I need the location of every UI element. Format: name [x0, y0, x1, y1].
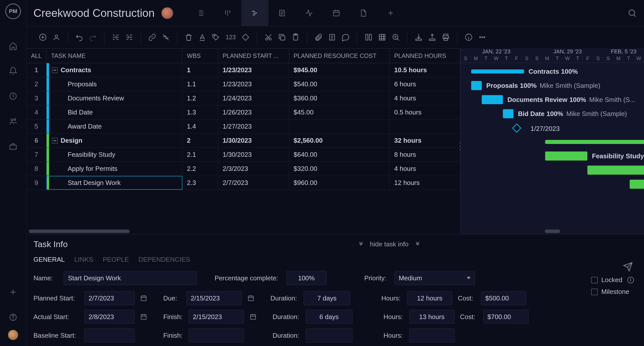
view-list-icon[interactable] — [187, 0, 214, 26]
task-name-cell[interactable]: Documents Review — [47, 91, 182, 105]
copy-button[interactable] — [276, 31, 288, 43]
info-button[interactable] — [463, 31, 474, 43]
column-all[interactable]: ALL — [26, 49, 47, 63]
gantt-milestone[interactable] — [512, 124, 521, 133]
task-row[interactable]: 8Apply for Permits2.22/3/2023$320.004 ho… — [26, 162, 460, 176]
task-row[interactable]: 4Bid Date1.31/26/2023$45.000.5 hours — [26, 105, 460, 120]
actual-duration-field[interactable]: 6 days — [306, 310, 352, 324]
view-activity-icon[interactable] — [296, 0, 323, 26]
task-row[interactable]: 5Award Date1.41/27/2023 — [26, 120, 460, 134]
note-button[interactable] — [326, 31, 338, 43]
gantt-bar[interactable] — [630, 180, 644, 189]
gantt-bar[interactable] — [545, 140, 644, 144]
baseline-start-field[interactable] — [84, 328, 135, 342]
task-name-cell[interactable]: Apply for Permits — [47, 162, 182, 176]
gantt-bar[interactable]: Proposals100%Mike Smith (Sample) — [471, 81, 482, 90]
task-row[interactable]: 7Feasibility Study2.11/30/2023$640.008 h… — [26, 148, 460, 162]
tab-people[interactable]: PEOPLE — [103, 256, 129, 263]
priority-select[interactable]: Medium — [394, 271, 475, 285]
view-sheet-icon[interactable] — [268, 0, 296, 26]
project-owner-avatar[interactable] — [161, 7, 173, 19]
tab-links[interactable]: LINKS — [74, 256, 93, 263]
clock-icon[interactable] — [8, 91, 18, 101]
task-name-cell[interactable]: Award Date — [47, 120, 182, 133]
assign-button[interactable] — [51, 31, 62, 43]
people-icon[interactable] — [8, 116, 18, 126]
user-avatar[interactable] — [8, 330, 18, 340]
tab-general[interactable]: GENERAL — [33, 256, 65, 263]
export-button[interactable] — [426, 31, 438, 43]
calendar-icon[interactable] — [138, 291, 150, 305]
app-logo[interactable]: PM — [5, 4, 21, 19]
column-planned-start[interactable]: PLANNED START ... — [218, 49, 289, 63]
print-button[interactable] — [440, 31, 452, 43]
task-name-cell[interactable]: −Contracts — [47, 63, 182, 77]
comment-button[interactable] — [340, 31, 351, 43]
milestone-checkbox[interactable]: Milestone — [591, 288, 634, 296]
column-planned-hours[interactable]: PLANNED HOURS — [390, 49, 460, 63]
actual-hours-field[interactable]: 13 hours — [409, 310, 455, 324]
task-name-cell[interactable]: Feasibility Study — [47, 148, 182, 162]
planned-start-field[interactable]: 2/7/2023 — [84, 291, 135, 305]
column-planned-cost[interactable]: PLANNED RESOURCE COST — [289, 49, 390, 63]
outdent-button[interactable] — [110, 31, 122, 43]
zoom-button[interactable] — [390, 31, 401, 43]
renumber-button[interactable]: 123 — [224, 31, 238, 43]
actual-finish-field[interactable]: 2/15/2023 — [189, 310, 244, 324]
gantt-bar[interactable]: Documents Review100%Mike Smith (S... — [482, 95, 503, 104]
task-row[interactable]: 6−Design21/30/2023$2,560.0032 hours — [26, 134, 460, 148]
view-calendar-icon[interactable] — [323, 0, 350, 26]
gantt-bar[interactable]: Apply f — [587, 166, 644, 175]
name-field[interactable]: Start Design Work — [64, 271, 197, 285]
pct-field[interactable]: 100% — [286, 271, 327, 285]
planned-hours-field[interactable]: 12 hours — [407, 291, 452, 305]
home-icon[interactable] — [8, 41, 18, 51]
calendar-icon[interactable] — [138, 310, 150, 324]
view-board-icon[interactable] — [214, 0, 241, 26]
search-icon[interactable] — [627, 8, 637, 18]
due-field[interactable]: 2/15/2023 — [186, 291, 242, 305]
unlink-button[interactable] — [160, 31, 172, 43]
task-row[interactable]: 9Start Design Work2.32/7/2023$960.0012 h… — [26, 176, 460, 190]
bell-icon[interactable] — [8, 66, 18, 76]
actual-cost-field[interactable]: $700.00 — [483, 310, 529, 324]
task-name-cell[interactable]: Start Design Work — [47, 176, 182, 190]
column-wbs[interactable]: WBS — [182, 49, 218, 63]
view-gantt-icon[interactable] — [241, 0, 268, 26]
more-button[interactable] — [476, 31, 488, 43]
grid-horizontal-scrollbar[interactable] — [29, 229, 130, 233]
planned-duration-field[interactable]: 7 days — [304, 291, 350, 305]
baseline-duration-field[interactable] — [306, 328, 352, 342]
add-task-button[interactable] — [37, 31, 49, 43]
view-file-icon[interactable] — [350, 0, 377, 26]
delete-button[interactable] — [183, 31, 194, 43]
column-task-name[interactable]: TASK NAME — [47, 49, 182, 63]
import-button[interactable] — [413, 31, 424, 43]
tag-button[interactable] — [210, 31, 222, 43]
tab-dependencies[interactable]: DEPENDENCIES — [138, 256, 190, 263]
link-button[interactable] — [146, 31, 158, 43]
briefcase-icon[interactable] — [8, 141, 18, 151]
milestone-button[interactable] — [240, 31, 251, 43]
task-row[interactable]: 1−Contracts11/23/2023$945.0010.5 hours — [26, 63, 460, 77]
gantt-bar[interactable]: Bid Date100%Mike Smith (Sample) — [503, 109, 513, 118]
undo-button[interactable] — [73, 31, 85, 43]
paste-button[interactable] — [290, 31, 301, 43]
calendar-icon[interactable] — [247, 310, 259, 324]
grid-button[interactable] — [376, 31, 388, 43]
send-icon[interactable] — [623, 262, 633, 273]
redo-button[interactable] — [87, 31, 99, 43]
calendar-icon[interactable] — [245, 291, 257, 305]
planned-cost-field[interactable]: $500.00 — [481, 291, 526, 305]
columns-button[interactable] — [363, 31, 374, 43]
collapse-icon[interactable]: − — [52, 67, 58, 73]
task-name-cell[interactable]: Bid Date — [47, 105, 182, 119]
locked-checkbox[interactable]: Locked i — [591, 276, 634, 284]
hide-task-info-link[interactable]: hide task info — [358, 240, 421, 248]
actual-start-field[interactable]: 2/8/2023 — [84, 310, 135, 324]
gantt-bar[interactable]: Feasibility Study10 — [545, 151, 587, 161]
cut-button[interactable] — [263, 31, 274, 43]
plus-icon[interactable] — [8, 287, 18, 297]
gantt-bar[interactable]: Contracts100% — [471, 69, 524, 73]
text-style-button[interactable] — [196, 31, 208, 43]
